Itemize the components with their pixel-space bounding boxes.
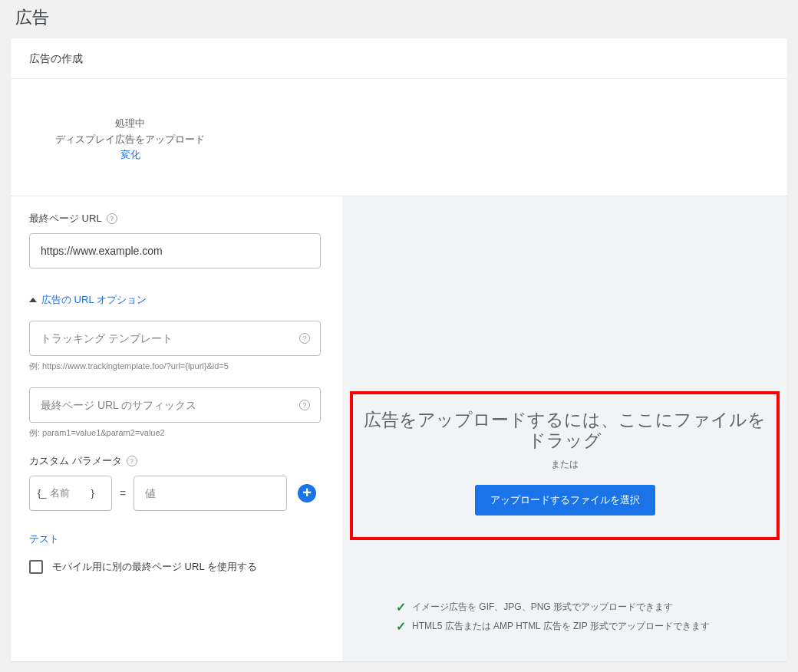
final-url-suffix-input[interactable] <box>29 387 321 423</box>
custom-param-row: {_ } = + <box>29 476 324 511</box>
mobile-url-checkbox-row: モバイル用に別の最終ページ URL を使用する <box>29 560 324 574</box>
final-url-label-text: 最終ページ URL <box>29 212 102 226</box>
equals-sign: = <box>120 487 126 499</box>
help-icon[interactable]: ? <box>107 213 117 224</box>
tip-row: ✓ イメージ広告を GIF、JPG、PNG 形式でアップロードできます <box>396 600 780 614</box>
custom-params-label-text: カスタム パラメータ <box>29 454 122 468</box>
plus-icon: + <box>302 484 312 502</box>
form-left-panel: 最終ページ URL ? 広告の URL オプション ? 例: https://w… <box>11 196 342 661</box>
select-file-button[interactable]: アップロードするファイルを選択 <box>475 485 655 516</box>
help-icon[interactable]: ? <box>299 333 310 344</box>
status-subtitle: ディスプレイ広告をアップロード <box>17 132 243 148</box>
status-block: 処理中 ディスプレイ広告をアップロード 変化 <box>17 79 243 196</box>
or-text: または <box>551 458 579 471</box>
card-title: 広告の作成 <box>11 38 787 79</box>
brace-close: } <box>91 487 94 499</box>
help-icon[interactable]: ? <box>127 456 137 466</box>
param-name-field[interactable]: {_ } <box>29 476 112 511</box>
drag-title: 広告をアップロードするには、ここにファイルをドラッグ <box>361 410 769 452</box>
url-options-toggle[interactable]: 広告の URL オプション <box>29 293 324 307</box>
page-title: 広告 <box>15 6 783 29</box>
mobile-url-checkbox-label: モバイル用に別の最終ページ URL を使用する <box>52 560 257 574</box>
final-url-label: 最終ページ URL ? <box>29 212 324 226</box>
check-icon: ✓ <box>396 619 406 634</box>
param-name-input[interactable] <box>50 487 88 499</box>
tracking-template-input[interactable] <box>29 321 321 356</box>
tracking-template-example: 例: https://www.trackingtemplate.foo/?url… <box>29 361 324 372</box>
add-param-button[interactable]: + <box>298 484 316 502</box>
url-options-toggle-label: 広告の URL オプション <box>41 293 147 307</box>
brace-open: {_ <box>38 487 47 499</box>
upload-panel: 広告をアップロードするには、ここにファイルをドラッグ または アップロードするフ… <box>342 196 787 661</box>
mobile-url-checkbox[interactable] <box>29 560 43 574</box>
status-processing: 処理中 <box>17 116 243 132</box>
ad-creation-card: 広告の作成 処理中 ディスプレイ広告をアップロード 変化 最終ページ URL ?… <box>11 38 787 661</box>
change-link[interactable]: 変化 <box>17 148 243 162</box>
chevron-up-icon <box>29 298 37 302</box>
help-icon[interactable]: ? <box>299 400 310 410</box>
upload-tips: ✓ イメージ広告を GIF、JPG、PNG 形式でアップロードできます ✓ HT… <box>350 600 780 638</box>
tip-row: ✓ HTML5 広告または AMP HTML 広告を ZIP 形式でアップロード… <box>396 619 780 634</box>
final-url-suffix-example: 例: param1=value1&param2=value2 <box>29 427 324 439</box>
test-link[interactable]: テスト <box>29 532 324 546</box>
upload-highlight-box: 広告をアップロードするには、ここにファイルをドラッグ または アップロードするフ… <box>350 391 780 540</box>
final-url-input[interactable] <box>29 233 321 268</box>
tip-text: HTML5 広告または AMP HTML 広告を ZIP 形式でアップロードでき… <box>412 620 710 633</box>
tip-text: イメージ広告を GIF、JPG、PNG 形式でアップロードできます <box>412 601 673 614</box>
check-icon: ✓ <box>396 600 406 614</box>
param-value-input[interactable] <box>134 476 287 511</box>
custom-params-label: カスタム パラメータ ? <box>29 454 324 468</box>
